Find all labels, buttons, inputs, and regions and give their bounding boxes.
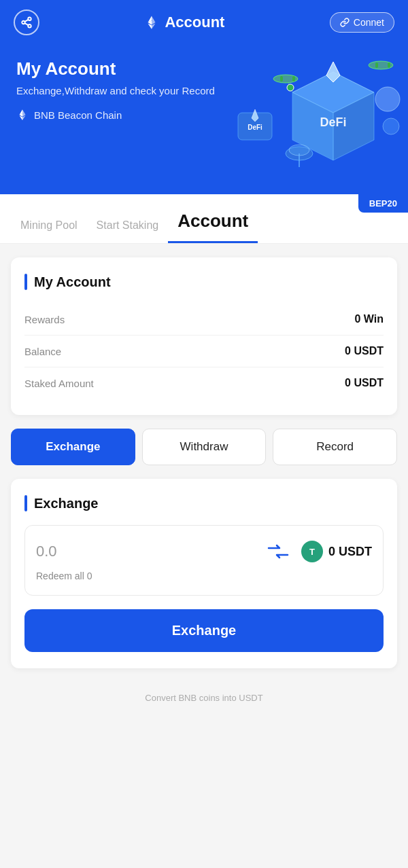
connect-button[interactable]: Connet xyxy=(330,12,394,33)
redeem-all-label: Redeem all 0 xyxy=(36,571,372,581)
ethereum-icon xyxy=(144,15,159,30)
chain-name: BNB Beacon Chain xyxy=(34,109,122,121)
header: Account Connet xyxy=(0,0,408,45)
exchange-box: 0.0 T 0 USDT Redeem all 0 xyxy=(24,525,384,596)
rewards-value: 0 Win xyxy=(354,313,384,325)
svg-line-4 xyxy=(24,20,28,22)
tab-start-staking[interactable]: Start Staking xyxy=(87,209,169,243)
record-tab-button[interactable]: Record xyxy=(273,429,397,465)
bep20-badge: BEP20 xyxy=(358,194,408,213)
header-title-group: Account xyxy=(144,14,224,31)
my-account-title: My Account xyxy=(24,274,384,290)
exchange-section: Exchange 0.0 T 0 USDT Redeem all 0 Excha… xyxy=(11,479,397,668)
exchange-section-bar xyxy=(24,495,27,511)
balance-label: Balance xyxy=(24,346,61,357)
staked-amount-value: 0 USDT xyxy=(345,377,384,389)
hero-title: My Account xyxy=(16,58,392,79)
exchange-amount-display: 0.0 xyxy=(36,543,255,560)
hero-text: My Account Exchange,Withdraw and check y… xyxy=(16,58,392,96)
tab-mining-pool[interactable]: Mining Pool xyxy=(11,209,87,243)
section-bar xyxy=(24,274,27,290)
bnb-icon xyxy=(16,109,29,121)
exchange-tab-button[interactable]: Exchange xyxy=(11,429,135,465)
hero-subtitle: Exchange,Withdraw and check your Record xyxy=(16,85,392,96)
my-account-card: My Account Rewards 0 Win Balance 0 USDT … xyxy=(11,257,397,415)
balance-value: 0 USDT xyxy=(345,345,384,357)
withdraw-tab-button[interactable]: Withdraw xyxy=(142,429,267,465)
staked-amount-label: Staked Amount xyxy=(24,378,94,389)
exchange-title: Exchange xyxy=(24,495,384,511)
exchange-submit-button[interactable]: Exchange xyxy=(24,609,384,652)
share-button[interactable] xyxy=(14,10,39,35)
svg-text:DeFi: DeFi xyxy=(248,124,262,131)
exchange-usdt-value: 0 USDT xyxy=(328,545,372,559)
tab-account[interactable]: Account xyxy=(168,200,258,243)
my-account-label: My Account xyxy=(34,274,111,290)
connect-label: Connet xyxy=(354,17,384,28)
footer-note: Convert BNB coins into USDT xyxy=(11,682,397,714)
hero-banner: My Account Exchange,Withdraw and check y… xyxy=(0,45,408,194)
exchange-label: Exchange xyxy=(34,496,98,511)
usdt-circle-icon: T xyxy=(301,541,323,562)
main-content: My Account Rewards 0 Win Balance 0 USDT … xyxy=(0,244,408,727)
balance-row: Balance 0 USDT xyxy=(24,336,384,367)
exchange-box-row: 0.0 T 0 USDT xyxy=(36,539,372,564)
tabs-section: BEP20 Mining Pool Start Staking Account xyxy=(0,194,408,244)
action-buttons: Exchange Withdraw Record xyxy=(11,429,397,465)
rewards-label: Rewards xyxy=(24,314,65,325)
svg-line-3 xyxy=(24,23,28,25)
exchange-usdt-group: T 0 USDT xyxy=(301,541,372,562)
header-title: Account xyxy=(165,14,224,31)
rewards-row: Rewards 0 Win xyxy=(24,304,384,336)
hero-footer: BNB Beacon Chain xyxy=(16,109,392,121)
exchange-arrows-icon xyxy=(266,539,290,564)
staked-amount-row: Staked Amount 0 USDT xyxy=(24,367,384,399)
tabs-container: Mining Pool Start Staking Account xyxy=(0,194,408,243)
